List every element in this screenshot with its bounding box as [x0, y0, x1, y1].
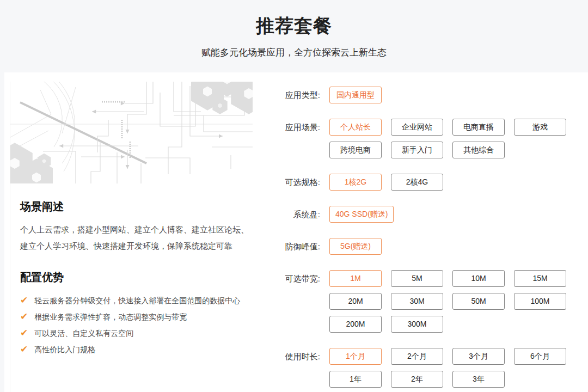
advantages-heading: 配置优势 [20, 270, 251, 285]
advantage-item: ✔ 根据业务需求弹性扩容，动态调整实例与带宽 [20, 309, 251, 325]
advantage-item: ✔ 可以灵活、自定义私有云空间 [20, 325, 251, 341]
config-option[interactable]: 2年 [391, 371, 443, 388]
advantage-text: 可以灵活、自定义私有云空间 [34, 325, 133, 341]
config-label: 系统盘: [275, 206, 320, 223]
config-option[interactable]: 300M [391, 316, 443, 333]
config-option[interactable]: 新手入门 [391, 142, 443, 158]
config-options: 1核2G2核4G [329, 174, 577, 191]
tech-circuit-illustration [10, 82, 253, 183]
advantage-item: ✔ 高性价比入门规格 [20, 341, 251, 358]
check-icon: ✔ [20, 292, 28, 309]
config-option[interactable]: 5G(赠送) [329, 238, 382, 255]
advantage-item: ✔ 轻云服务器分钟级交付，快速接入部署在全国范围的数据中心 [20, 292, 251, 309]
config-label: 应用类型: [275, 87, 320, 103]
config-options: 个人站长企业网站电商直播游戏跨境电商新手入门其他综合 [329, 119, 577, 158]
config-option[interactable]: 1核2G [329, 174, 382, 191]
check-icon: ✔ [20, 325, 28, 341]
scenario-description: 个人上云需求，搭建小型网站、建立个人博客、建立社区论坛、建立个人学习环境、快速搭… [20, 222, 251, 254]
config-option[interactable]: 跨境电商 [329, 142, 382, 158]
config-label: 可选规格: [275, 174, 320, 191]
config-label: 使用时长: [275, 348, 320, 388]
config-option[interactable]: 5M [391, 270, 443, 287]
config-option[interactable]: 1M [329, 270, 382, 287]
config-option[interactable]: 国内通用型 [329, 87, 382, 103]
config-option[interactable]: 2核4G [391, 174, 443, 191]
config-row: 可选规格: 1核2G2核4G [275, 174, 583, 191]
page-header: 推荐套餐 赋能多元化场景应用，全方位探索云上新生态 [0, 0, 588, 59]
config-row: 可选带宽: 1M5M10M15M20M30M50M100M200M300M [275, 270, 583, 333]
config-option[interactable]: 1个月 [329, 348, 382, 365]
advantage-text: 根据业务需求弹性扩容，动态调整实例与带宽 [34, 309, 187, 325]
advantage-text: 高性价比入门规格 [34, 341, 95, 358]
config-option[interactable]: 企业网站 [391, 119, 443, 136]
config-option[interactable]: 3个月 [452, 348, 505, 365]
config-label: 防御峰值: [275, 238, 320, 255]
config-row: 应用场景: 个人站长企业网站电商直播游戏跨境电商新手入门其他综合 [275, 119, 583, 158]
config-option[interactable]: 其他综合 [452, 142, 505, 158]
config-option[interactable]: 40G SSD(赠送) [329, 206, 394, 223]
config-option[interactable]: 15M [514, 270, 566, 287]
check-icon: ✔ [20, 309, 28, 325]
recommend-card: 场景阐述 个人上云需求，搭建小型网站、建立个人博客、建立社区论坛、建立个人学习环… [4, 72, 588, 392]
config-row: 防御峰值: 5G(赠送) [275, 238, 583, 255]
config-option[interactable]: 1年 [329, 371, 382, 388]
config-options: 40G SSD(赠送) [329, 206, 577, 223]
config-option[interactable]: 100M [514, 293, 566, 310]
config-option[interactable]: 50M [452, 293, 505, 310]
config-row: 使用时长: 1个月2个月3个月6个月1年2年3年 [275, 348, 583, 388]
config-label: 应用场景: [275, 119, 320, 158]
config-option[interactable]: 6个月 [514, 348, 566, 365]
config-options: 1M5M10M15M20M30M50M100M200M300M [329, 270, 577, 333]
config-option[interactable]: 10M [452, 270, 505, 287]
config-option[interactable]: 200M [329, 316, 382, 333]
page-subtitle: 赋能多元化场景应用，全方位探索云上新生态 [0, 46, 588, 59]
advantage-list: ✔ 轻云服务器分钟级交付，快速接入部署在全国范围的数据中心 ✔ 根据业务需求弹性… [20, 292, 251, 358]
config-option[interactable]: 3年 [452, 371, 505, 388]
config-row: 系统盘: 40G SSD(赠送) [275, 206, 583, 223]
config-options: 国内通用型 [329, 87, 577, 103]
scenario-panel: 场景阐述 个人上云需求，搭建小型网站、建立个人博客、建立社区论坛、建立个人学习环… [10, 82, 252, 392]
config-options: 5G(赠送) [329, 238, 577, 255]
config-option[interactable]: 游戏 [514, 119, 566, 136]
config-panel: 应用类型: 国内通用型 应用场景: 个人站长企业网站电商直播游戏跨境电商新手入门… [275, 87, 583, 392]
config-option[interactable]: 20M [329, 293, 382, 310]
scenario-heading: 场景阐述 [20, 199, 251, 214]
config-options: 1个月2个月3个月6个月1年2年3年 [329, 348, 577, 388]
config-label: 可选带宽: [275, 270, 320, 333]
config-row: 应用类型: 国内通用型 [275, 87, 583, 103]
page-title: 推荐套餐 [0, 13, 588, 39]
config-option[interactable]: 个人站长 [329, 119, 382, 136]
check-icon: ✔ [20, 341, 28, 358]
config-option[interactable]: 电商直播 [452, 119, 505, 136]
config-option[interactable]: 2个月 [391, 348, 443, 365]
config-option[interactable]: 30M [391, 293, 443, 310]
advantage-text: 轻云服务器分钟级交付，快速接入部署在全国范围的数据中心 [34, 292, 240, 309]
